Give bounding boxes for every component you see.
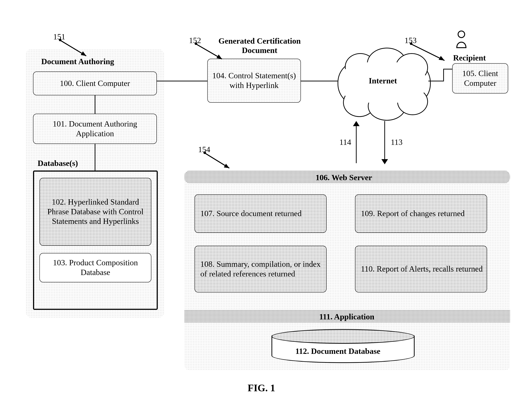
bar-106-text: 106. Web Server [315, 173, 372, 182]
arrow-153 [410, 42, 450, 65]
figure-caption: FIG. 1 [248, 382, 275, 394]
person-icon [454, 30, 469, 49]
connector-100-104 [157, 81, 207, 81]
connector-101-db [95, 144, 95, 170]
connector-internet-recipient-h2 [443, 69, 452, 69]
box-102-phrase-db: 102. Hyperlinked Standard Phrase Databas… [40, 178, 151, 246]
arrow-154 [203, 151, 234, 172]
arrow-114-shaft [356, 125, 357, 163]
box-100-client-computer: 100. Client Computer [33, 72, 157, 95]
connector-100-101 [95, 95, 95, 114]
recipient-title: Recipient [453, 53, 486, 62]
box-103-text: 103. Product Composition Database [42, 258, 149, 277]
box-108-text: 108. Summary, compilation, or index of r… [200, 259, 324, 279]
svg-marker-3 [81, 51, 86, 56]
arrow-152 [194, 42, 227, 63]
connector-internet-recipient-h [428, 81, 444, 81]
ref-113: 113 [391, 137, 402, 147]
box-101-authoring-app: 101. Document Authoring Application [33, 114, 157, 144]
box-105-text: 105. Client Computer [454, 69, 506, 88]
diagram-stage: Document Authoring 100. Client Computer … [0, 0, 532, 405]
svg-point-0 [458, 31, 465, 38]
box-110: 110. Report of Alerts, recalls returned [355, 246, 487, 292]
box-100-text: 100. Client Computer [60, 79, 130, 88]
bar-111-text: 111. Application [319, 312, 375, 321]
svg-marker-12 [224, 164, 229, 168]
databases-title: Database(s) [38, 159, 78, 168]
box-102-text: 102. Hyperlinked Standard Phrase Databas… [42, 197, 149, 226]
cylinder-112-top [272, 329, 415, 344]
connector-104-internet [301, 81, 338, 81]
box-107: 107. Source document returned [194, 194, 327, 233]
box-109-text: 109. Report of changes returned [361, 209, 465, 219]
internet-label: Internet [369, 76, 397, 85]
arrow-113-shaft [384, 121, 385, 160]
box-110-text: 110. Report of Alerts, recalls returned [361, 264, 483, 274]
arrow-151 [59, 39, 92, 61]
box-104-text: 104. Control Statement(s) with Hyperlink [210, 71, 299, 90]
box-108: 108. Summary, compilation, or index of r… [194, 246, 327, 292]
cylinder-112-text: 112. Document Database [295, 346, 380, 356]
box-105-recipient-client: 105. Client Computer [452, 63, 508, 94]
box-104-cert-doc: 104. Control Statement(s) with Hyperlink [207, 59, 301, 103]
arrow-114-head-up [353, 121, 360, 126]
arrow-113-head-down [381, 159, 388, 164]
ref-114: 114 [339, 137, 351, 147]
box-109: 109. Report of changes returned [355, 194, 487, 233]
box-103-product-db: 103. Product Composition Database [40, 253, 151, 282]
box-101-text: 101. Document Authoring Application [35, 119, 155, 139]
connector-internet-recipient-v [443, 69, 444, 81]
svg-marker-6 [217, 54, 222, 59]
box-107-text: 107. Source document returned [200, 209, 302, 219]
